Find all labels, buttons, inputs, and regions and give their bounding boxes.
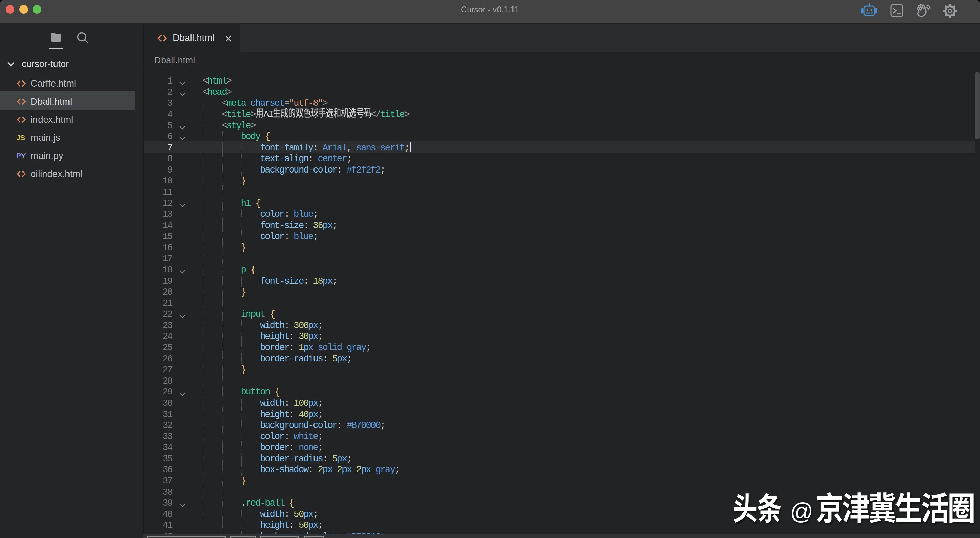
svg-text:@: @ (790, 498, 813, 524)
svg-text:AI: AI (263, 109, 273, 119)
